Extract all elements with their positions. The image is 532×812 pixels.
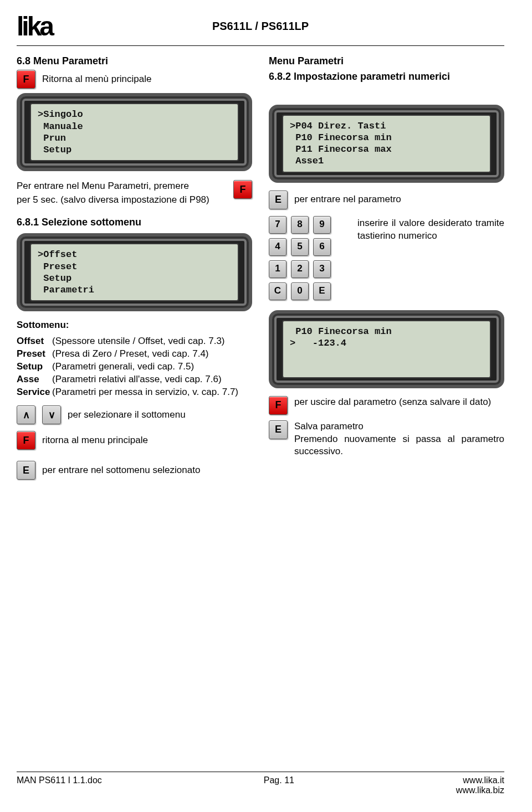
submenu-desc: (Presa di Zero / Preset, vedi cap. 7.4) — [52, 348, 252, 361]
up-key-icon: ∧ — [17, 405, 35, 424]
keypad-key-5: 5 — [291, 238, 309, 256]
list-item: Asse (Parametri relativi all'asse, vedi … — [17, 373, 252, 386]
f-key-icon: F — [17, 70, 35, 89]
return-main-text: Ritorna al menù principale — [42, 73, 152, 86]
footer-rule — [17, 772, 504, 772]
submenu-label: Offset — [17, 335, 52, 348]
submenu-heading: Sottomenu: — [17, 319, 252, 332]
f-key-icon: F — [17, 431, 35, 450]
enter-menu-line1: Per entrare nel Menu Parametri, premere — [17, 180, 227, 193]
footer: MAN PS611 I 1.1.doc Pag. 11 www.lika.it … — [17, 772, 504, 795]
section-6-8: 6.8 Menu Parametri — [17, 54, 252, 68]
lcd-submenu: >Offset Preset Setup Parametri — [17, 233, 252, 311]
keypad-key-0: 0 — [291, 282, 309, 300]
content-columns: 6.8 Menu Parametri F Ritorna al menù pri… — [17, 54, 504, 491]
enter-param-text: per entrare nel parametro — [294, 193, 401, 206]
exit-param-text: per uscire dal parametro (senza salvare … — [294, 396, 504, 409]
e-key-icon: E — [269, 191, 288, 209]
submenu-desc: (Parametri relativi all'asse, vedi cap. … — [52, 373, 252, 386]
keypad-key-e: E — [313, 282, 331, 300]
menu-parametri-heading: Menu Parametri — [269, 54, 504, 68]
f-key-icon: F — [233, 180, 252, 199]
submenu-label: Setup — [17, 361, 52, 373]
f-key-icon: F — [269, 396, 288, 415]
left-column: 6.8 Menu Parametri F Ritorna al menù pri… — [17, 54, 252, 491]
lcd-param-value: P10 Finecorsa min > -123.4 — [269, 310, 504, 388]
select-submenu-text: per selezionare il sottomenu — [68, 409, 186, 422]
submenu-desc: (Parametri generali, vedi cap. 7.5) — [52, 361, 252, 373]
submenu-label: Service — [17, 386, 52, 399]
keypad-key-7: 7 — [269, 216, 287, 234]
lcd-param-value-text: P10 Finecorsa min > -123.4 — [282, 320, 491, 378]
e-key-icon: E — [269, 420, 288, 439]
e-key-icon: E — [17, 461, 35, 480]
list-item: Preset (Presa di Zero / Preset, vedi cap… — [17, 348, 252, 361]
header: lika PS611L / PS611LP — [17, 11, 504, 42]
list-item: Offset (Spessore utensile / Offset, vedi… — [17, 335, 252, 348]
enter-value-text: inserire il valore desiderato tramite ta… — [357, 216, 504, 243]
lcd-submenu-text: >Offset Preset Setup Parametri — [30, 243, 239, 301]
return-menu-text: ritorna al menu principale — [42, 434, 148, 447]
keypad-key-8: 8 — [291, 216, 309, 234]
logo: lika — [17, 11, 52, 42]
lcd-main-menu-text: >Singolo Manuale Prun Setup — [30, 103, 239, 161]
keypad-key-c: C — [269, 282, 287, 300]
model-number: PS611L / PS611LP — [212, 20, 309, 33]
lcd-param-list: >P04 Direz. Tasti P10 Finecorsa min P11 … — [269, 105, 504, 183]
keypad-key-1: 1 — [269, 260, 287, 278]
keypad-key-6: 6 — [313, 238, 331, 256]
lcd-param-list-text: >P04 Direz. Tasti P10 Finecorsa min P11 … — [282, 115, 491, 173]
down-key-icon: ∨ — [42, 405, 61, 424]
submenu-desc: (Parametri per messa in servizio, v. cap… — [52, 386, 252, 399]
header-rule — [17, 45, 504, 46]
numeric-keypad: 7 8 9 4 5 6 1 2 3 C 0 E — [269, 216, 346, 300]
footer-url-2: www.lika.biz — [456, 785, 504, 795]
submenu-list: Offset (Spessore utensile / Offset, vedi… — [17, 335, 252, 399]
submenu-label: Asse — [17, 373, 52, 386]
keypad-key-2: 2 — [291, 260, 309, 278]
footer-page: Pag. 11 — [264, 775, 294, 795]
keypad-key-3: 3 — [313, 260, 331, 278]
lcd-main-menu: >Singolo Manuale Prun Setup — [17, 93, 252, 171]
save-param-text: Salva parametro Premendo nuovamente si p… — [294, 420, 504, 459]
list-item: Setup (Parametri generali, vedi cap. 7.5… — [17, 361, 252, 373]
footer-doc: MAN PS611 I 1.1.doc — [17, 775, 102, 795]
section-6-8-1: 6.8.1 Selezione sottomenu — [17, 215, 252, 229]
section-6-8-2: 6.8.2 Impostazione parametri numerici — [269, 70, 504, 83]
list-item: Service (Parametri per messa in servizio… — [17, 386, 252, 399]
submenu-desc: (Spessore utensile / Offset, vedi cap. 7… — [52, 335, 252, 348]
submenu-label: Preset — [17, 348, 52, 361]
keypad-key-9: 9 — [313, 216, 331, 234]
footer-url-1: www.lika.it — [463, 775, 504, 785]
right-column: Menu Parametri 6.8.2 Impostazione parame… — [269, 54, 504, 491]
enter-menu-line2: per 5 sec. (salvo diversa impostazione d… — [17, 194, 227, 207]
enter-submenu-text: per entrare nel sottomenu selezionato — [42, 464, 200, 477]
keypad-key-4: 4 — [269, 238, 287, 256]
